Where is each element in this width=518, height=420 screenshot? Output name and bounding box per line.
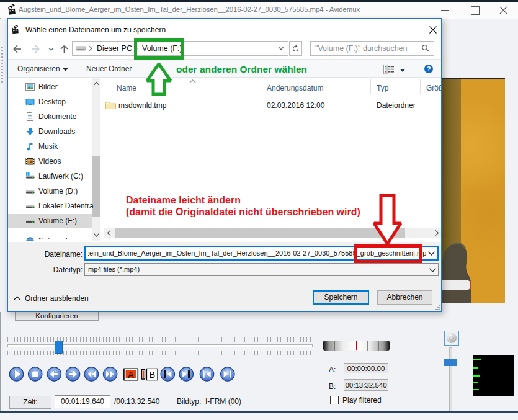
svg-text:A: A — [128, 370, 134, 380]
svg-text:B: B — [150, 370, 155, 380]
